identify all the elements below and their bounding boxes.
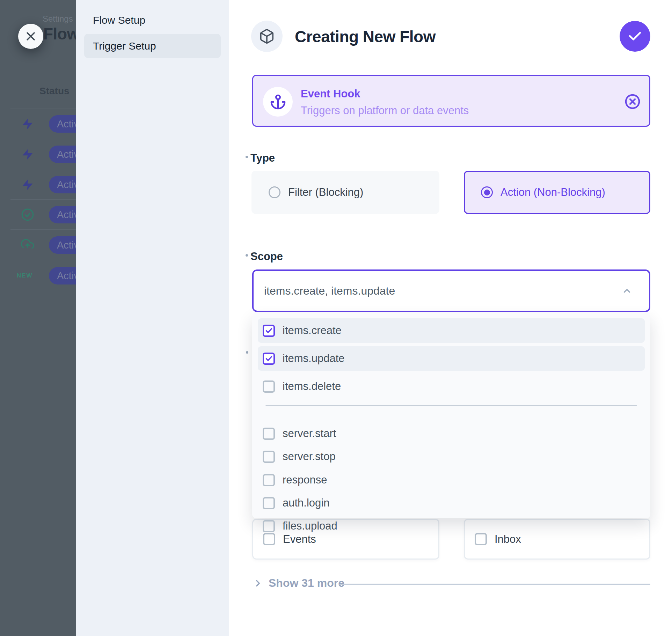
scope-option-files-upload[interactable]: files.upload — [258, 514, 645, 538]
close-drawer-button[interactable] — [18, 24, 43, 49]
radio-option-filter-blocking[interactable]: Filter (Blocking) — [251, 171, 439, 214]
checkbox-unchecked-icon — [263, 428, 275, 440]
drawer-nav: Flow Setup Trigger Setup — [76, 0, 229, 636]
package-icon — [259, 28, 275, 44]
check-icon — [627, 29, 643, 44]
dropdown-divider — [265, 405, 637, 406]
bolt-icon — [21, 178, 34, 191]
scope-select-input[interactable]: items.create, items.update — [252, 269, 650, 312]
nav-item-trigger-setup[interactable]: Trigger Setup — [84, 34, 221, 58]
background-page-title: Flows — [43, 24, 76, 43]
table-row: Active — [0, 170, 76, 200]
x-circle-icon — [624, 93, 641, 110]
cloud-upload-icon — [21, 238, 34, 252]
table-row: Active — [0, 139, 76, 169]
scope-option-response[interactable]: response — [258, 468, 645, 492]
required-dot — [246, 254, 248, 257]
radio-icon — [481, 186, 493, 198]
bolt-icon — [21, 148, 34, 161]
scope-selected-values: items.create, items.update — [264, 271, 395, 311]
table-row: NEW Active — [0, 261, 76, 291]
radio-option-action-non-blocking[interactable]: Action (Non-Blocking) — [464, 171, 650, 214]
scope-option-auth-login[interactable]: auth.login — [258, 491, 645, 515]
checkbox-checked-icon — [263, 353, 275, 365]
chevron-right-icon — [253, 579, 262, 588]
status-column-header: Status — [39, 86, 70, 97]
chevron-up-icon — [622, 286, 632, 296]
status-badge: Active — [49, 176, 76, 193]
scope-option-server-stop[interactable]: server.stop — [258, 444, 645, 469]
check-circle-icon — [21, 208, 34, 221]
banner-title: Event Hook — [301, 88, 360, 100]
background-page-overlay: Settings Flows Status Active Active Acti… — [0, 0, 76, 636]
banner-subtitle: Triggers on platform or data events — [301, 104, 469, 117]
confirm-button[interactable] — [620, 21, 650, 52]
checkbox-unchecked-icon — [263, 520, 275, 532]
show-more-divider — [339, 584, 650, 585]
bolt-icon — [21, 117, 34, 131]
status-badge: Active — [49, 115, 76, 133]
status-badge: Active — [49, 236, 76, 254]
drawer-header-icon-circle — [251, 21, 283, 52]
status-badge: Active — [49, 267, 76, 284]
radio-icon — [269, 186, 280, 198]
anchor-icon — [270, 94, 286, 110]
type-field-label: Type — [250, 152, 275, 164]
scope-option-server-start[interactable]: server.start — [258, 421, 645, 446]
table-row: Active — [0, 109, 76, 139]
checkbox-unchecked-icon — [263, 451, 275, 463]
scope-option-items-delete[interactable]: items.delete — [258, 374, 645, 399]
scope-field-label: Scope — [250, 250, 283, 263]
scope-dropdown: items.create items.update items.delete s… — [252, 313, 650, 518]
status-badge: Active — [49, 146, 76, 163]
show-more-button[interactable]: Show 31 more — [253, 577, 344, 590]
required-dot — [246, 156, 248, 158]
banner-icon-circle — [263, 87, 293, 117]
drawer-title: Creating New Flow — [295, 27, 436, 46]
checkbox-unchecked-icon — [263, 497, 275, 509]
checkbox-checked-icon — [263, 325, 275, 337]
remove-trigger-button[interactable] — [624, 93, 641, 110]
close-icon — [25, 30, 37, 42]
table-row: Active — [0, 200, 76, 230]
checkbox-unchecked-icon — [263, 474, 275, 486]
table-row: Active — [0, 230, 76, 260]
required-dot — [246, 351, 248, 354]
checkbox-unchecked-icon — [263, 380, 275, 393]
screen: Settings Flows Status Active Active Acti… — [0, 0, 672, 636]
trigger-banner[interactable]: Event Hook Triggers on platform or data … — [252, 75, 650, 127]
scope-option-items-update[interactable]: items.update — [258, 346, 645, 371]
breadcrumb: Settings — [43, 14, 73, 24]
scope-option-items-create[interactable]: items.create — [258, 318, 645, 343]
status-badge: Active — [49, 206, 76, 223]
nav-item-flow-setup[interactable]: Flow Setup — [84, 8, 221, 32]
new-badge: NEW — [17, 272, 33, 279]
